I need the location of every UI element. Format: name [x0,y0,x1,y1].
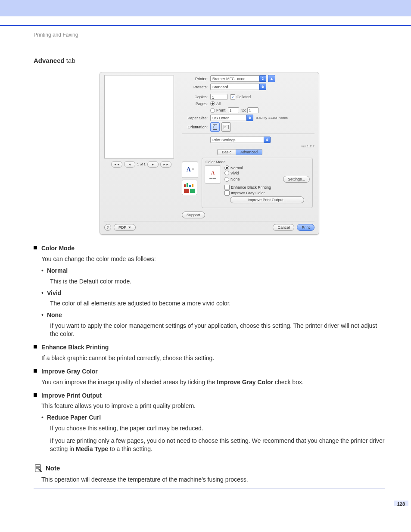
section-select[interactable]: Print Settings [210,137,271,143]
paper-size-label: Paper Size: [182,116,210,120]
section-heading-rest: tab [65,57,75,64]
svg-rect-4 [189,185,191,187]
improve-output-heading: Improve Print Output [41,392,102,400]
bullet-icon [34,393,37,397]
color-mode-panel: Color Mode A▬ ▬ Normal Vivid None [202,158,313,208]
page-number: 128 [394,501,408,506]
pdf-menu-button[interactable]: PDF [114,224,136,231]
collated-label: Collated [237,95,251,99]
note-icon [34,464,43,473]
pages-all-radio[interactable] [210,101,215,106]
running-head: Printing and Faxing [34,32,385,38]
reduce-curl-body1: If you choose this setting, the paper cu… [50,424,385,432]
improve-gray-body: You can improve the image quality of sha… [41,378,385,386]
mode-none-radio[interactable] [224,177,229,182]
copies-field[interactable]: 1 [210,94,227,100]
pager-prev-button[interactable]: ◄ [124,161,135,168]
chart-icon [183,182,196,188]
improve-gray-checkbox[interactable] [224,190,230,196]
vivid-body: The color of all elements are adjusted t… [50,299,385,308]
bullet-icon [34,345,37,348]
improve-gray-heading: Improve Gray Color [41,367,98,376]
pager-next-button[interactable]: ► [147,161,159,168]
mode-normal-radio[interactable] [224,165,229,170]
enhance-black-body: If a black graphic cannot be printed cor… [41,354,385,362]
vivid-heading: Vivid [47,289,61,297]
collated-checkbox[interactable]: ✓ [230,94,235,100]
improve-output-intro: This feature allows you to improve a pri… [41,402,385,410]
help-button[interactable]: ? [104,224,111,231]
normal-heading: Normal [47,267,68,275]
tab-basic[interactable]: Basic [217,149,236,155]
note-divider [64,468,385,468]
pages-from-radio[interactable] [210,108,215,113]
printer-status-button[interactable]: ▲ [268,75,275,82]
svg-rect-3 [187,183,188,187]
pages-label: Pages: [182,102,210,106]
select-arrows-icon [264,137,271,143]
section-heading-bold: Advanced [34,57,65,64]
mode-vivid-label: Vivid [230,171,239,175]
improve-gray-label: Improve Gray Color [231,191,265,195]
note-body: This operation will decrease the tempera… [41,476,385,484]
top-decoration-bar [0,0,411,16]
advanced-tab-icon[interactable] [182,180,197,195]
color-mode-intro: You can change the color mode as follows… [41,255,385,263]
pager-last-button[interactable]: ►► [160,161,171,168]
pager-first-button[interactable]: ◄◄ [111,161,122,168]
none-body: If you want to apply the color managemen… [50,322,385,338]
bullet-icon: • [41,289,44,297]
print-button[interactable]: Print [297,224,314,231]
tab-advanced[interactable]: Advanced [236,149,262,155]
orientation-landscape-button[interactable] [221,122,231,132]
pages-all-label: All [216,102,221,106]
copies-label: Copies: [182,95,210,99]
select-arrows-icon [259,84,266,90]
color-mode-panel-title: Color Mode [206,160,310,164]
orientation-portrait-button[interactable] [210,122,220,132]
presets-label: Presets: [182,85,210,89]
mode-none-label: None [230,177,240,181]
none-heading: None [47,311,62,319]
support-button[interactable]: Support [182,212,205,218]
printer-label: Printer: [182,77,210,81]
select-arrows-icon [246,115,253,121]
pager-text: 1 of 1 [137,162,146,166]
presets-select[interactable]: Standard [210,84,266,90]
improve-print-output-button[interactable]: Improve Print Output... [230,196,304,203]
printer-select[interactable]: Brother MFC- xxxx [210,75,266,82]
enhance-black-label: Enhance Black Printing [231,185,271,190]
mode-vivid-radio[interactable] [224,171,229,175]
select-arrows-icon [259,75,266,82]
normal-body: This is the Default color mode. [50,277,385,286]
svg-rect-2 [184,184,186,187]
pages-to-label: to: [242,108,246,112]
bullet-icon: • [41,414,44,422]
reduce-curl-body2: If you are printing only a few pages, yo… [50,437,385,453]
bullet-icon [34,369,37,373]
paper-size-select[interactable]: US Letter [210,115,253,121]
basic-tab-icon[interactable]: A≡ [182,162,198,178]
note-divider [34,488,385,488]
section-heading: Advanced tab [34,57,385,64]
print-dialog: ◄◄ ◄ 1 of 1 ► ►► Printer: Brother MFC- x… [100,72,319,235]
paper-dims: 8.50 by 11.00 inches [256,116,288,120]
color-mode-heading: Color Mode [41,244,75,252]
pages-from-field[interactable]: 1 [228,107,239,113]
color-mode-icon: A▬ ▬ [205,165,221,184]
mode-normal-label: Normal [230,166,243,170]
svg-rect-5 [192,184,193,187]
bullet-icon: • [41,311,44,319]
svg-rect-1 [224,125,229,129]
reduce-curl-heading: Reduce Paper Curl [47,414,101,422]
version-text: ver.1.2.2 [182,144,314,148]
enhance-black-checkbox[interactable] [224,185,230,190]
pages-to-field[interactable]: 1 [247,107,258,113]
bullet-icon [34,246,37,249]
enhance-black-heading: Enhance Black Printing [41,343,109,352]
cancel-button[interactable]: Cancel [273,224,294,231]
note-title: Note [46,464,60,473]
settings-button[interactable]: Settings... [283,176,310,183]
orientation-label: Orientation: [182,125,210,129]
page-preview [104,75,174,159]
